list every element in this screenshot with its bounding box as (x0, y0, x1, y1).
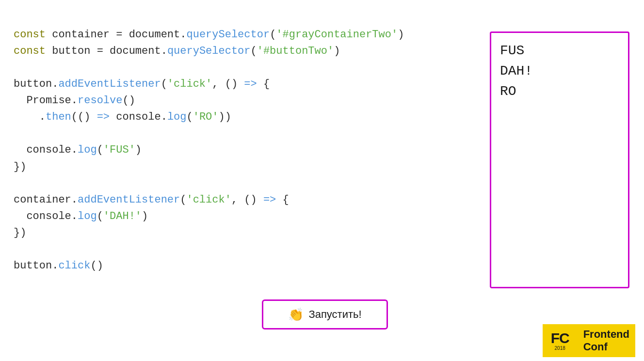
run-button-label: Запустить! (308, 308, 361, 321)
output-text: FUSDAH!RO (500, 41, 619, 102)
code-line-11: button.click() (14, 258, 479, 274)
fc-logo: FC 2018 Frontend Conf (543, 324, 635, 357)
fc-year: 2018 (555, 345, 565, 351)
output-box: FUSDAH!RO (490, 31, 629, 288)
fc-name: Frontend Conf (578, 324, 635, 357)
run-button[interactable]: 👏 Запустить! (262, 299, 388, 330)
code-line-8: container.addEventListener('click', () =… (14, 192, 479, 208)
fc-letters: FC (551, 331, 569, 345)
code-line-2: const button = document.querySelector('#… (14, 43, 479, 60)
code-blank-2 (14, 126, 479, 142)
code-blank-4 (14, 241, 479, 258)
fc-name-top: Frontend (583, 328, 629, 341)
code-block: const container = document.querySelector… (14, 27, 479, 274)
code-line-3: button.addEventListener('click', () => { (14, 76, 479, 93)
code-line-7: }) (14, 159, 479, 175)
fc-name-bottom: Conf (583, 341, 608, 353)
code-line-1: const container = document.querySelector… (14, 27, 479, 43)
code-line-9: console.log('DAH!') (14, 208, 479, 225)
code-blank-3 (14, 175, 479, 192)
fc-badge: FC 2018 (543, 324, 578, 357)
code-line-6: console.log('FUS') (14, 142, 479, 158)
code-blank-1 (14, 60, 479, 76)
code-line-5: .then(() => console.log('RO')) (14, 109, 479, 126)
code-line-4: Promise.resolve() (14, 93, 479, 109)
run-button-emoji: 👏 (288, 307, 304, 322)
code-line-10: }) (14, 225, 479, 241)
